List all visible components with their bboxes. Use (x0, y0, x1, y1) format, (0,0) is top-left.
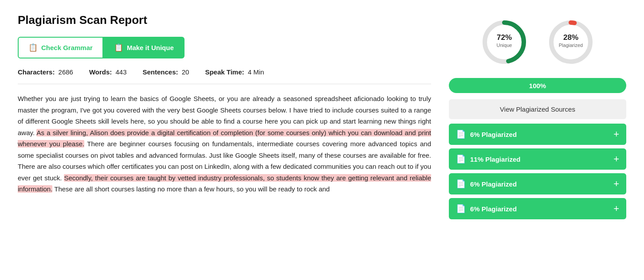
unique-label-text: Unique (497, 43, 512, 48)
source-item-3-plus: + (613, 204, 619, 214)
unique-donut: 72% Unique (480, 18, 529, 68)
check-grammar-icon: 📋 (28, 43, 38, 52)
text-after: These are all short courses lasting no m… (52, 185, 330, 193)
source-item-0-label: 6% Plagiarized (470, 131, 517, 138)
source-items-list: 📄 6% Plagiarized + 📄 11% Plagiarized + 📄… (449, 124, 626, 219)
sentences-value: 20 (182, 68, 189, 76)
source-item-2-label: 6% Plagiarized (470, 180, 517, 188)
words-value: 443 (115, 68, 126, 76)
make-unique-label: Make it Unique (127, 44, 174, 51)
source-item-3-left: 📄 6% Plagiarized (456, 204, 517, 214)
make-unique-button[interactable]: 📋 Make it Unique (103, 37, 185, 58)
source-doc-icon-0: 📄 (456, 129, 466, 139)
source-item-0[interactable]: 📄 6% Plagiarized + (449, 124, 626, 145)
page-title: Plagiarism Scan Report (18, 13, 431, 27)
characters-value: 2686 (59, 68, 73, 76)
source-item-1-plus: + (613, 154, 619, 164)
source-item-1-label: 11% Plagiarized (470, 156, 520, 163)
unique-donut-svg: 72% Unique (480, 18, 529, 66)
source-item-3[interactable]: 📄 6% Plagiarized + (449, 198, 626, 219)
stats-row: Characters: 2686 Words: 443 Sentences: 2… (18, 68, 431, 84)
characters-label: Characters: (18, 68, 55, 76)
left-panel: Plagiarism Scan Report 📋 Check Grammar 📋… (18, 13, 431, 223)
source-item-2-plus: + (613, 179, 619, 189)
source-doc-icon-2: 📄 (456, 179, 466, 189)
action-buttons: 📋 Check Grammar 📋 Make it Unique (18, 37, 431, 58)
content-text: Whether you are just trying to learn the… (18, 93, 431, 195)
source-item-2-left: 📄 6% Plagiarized (456, 179, 517, 189)
plagiarized-percent-text: 28% (563, 33, 578, 42)
source-item-0-plus: + (613, 129, 619, 139)
view-plagiarized-sources-button[interactable]: View Plagiarized Sources (449, 99, 626, 119)
sentences-label: Sentences: (143, 68, 178, 76)
check-grammar-button[interactable]: 📋 Check Grammar (18, 37, 103, 58)
make-unique-icon: 📋 (114, 43, 123, 52)
stat-speak-time: Speak Time: 4 Min (205, 68, 264, 76)
words-label: Words: (89, 68, 112, 76)
right-panel: 72% Unique 28% Plagiarized 1 (449, 13, 626, 223)
source-item-1[interactable]: 📄 11% Plagiarized + (449, 148, 626, 170)
svg-point-2 (551, 23, 590, 62)
source-item-0-left: 📄 6% Plagiarized (456, 129, 517, 139)
source-item-2[interactable]: 📄 6% Plagiarized + (449, 173, 626, 194)
source-item-1-left: 📄 11% Plagiarized (456, 154, 520, 164)
speak-time-value: 4 Min (248, 68, 264, 76)
progress-bar-label: 100% (529, 82, 546, 89)
speak-time-label: Speak Time: (205, 68, 244, 76)
plagiarized-donut: 28% Plagiarized (546, 18, 595, 68)
check-grammar-label: Check Grammar (41, 44, 93, 51)
progress-bar: 100% (449, 78, 626, 93)
donut-charts-row: 72% Unique 28% Plagiarized (449, 18, 626, 68)
stat-characters: Characters: 2686 (18, 68, 73, 76)
source-doc-icon-1: 📄 (456, 154, 466, 164)
stat-words: Words: 443 (89, 68, 127, 76)
stat-sentences: Sentences: 20 (143, 68, 189, 76)
unique-donut-center: 72% Unique (480, 18, 529, 68)
plagiarized-donut-center: 28% Plagiarized (546, 18, 595, 68)
plagiarized-label-text: Plagiarized (559, 43, 583, 48)
source-doc-icon-3: 📄 (456, 204, 466, 214)
unique-percent-text: 72% (497, 33, 512, 42)
plagiarized-donut-svg: 28% Plagiarized (546, 18, 595, 66)
source-item-3-label: 6% Plagiarized (470, 205, 517, 213)
